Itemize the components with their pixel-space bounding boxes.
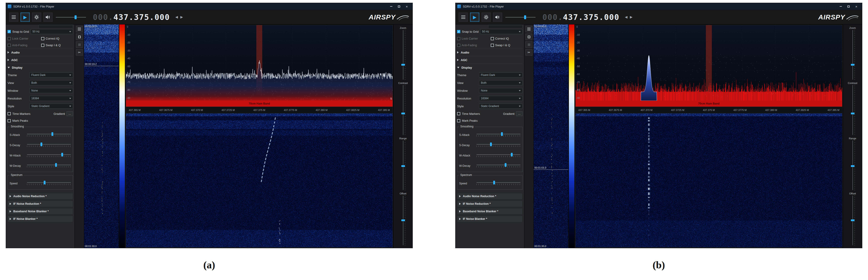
- correct-iq-checkbox[interactable]: [41, 37, 44, 40]
- slider-track[interactable]: [401, 85, 405, 135]
- slider-thumb[interactable]: [490, 143, 492, 146]
- lock-carrier-checkbox[interactable]: [7, 37, 11, 40]
- plugin-section[interactable]: IF Noise Reduction *: [457, 200, 523, 207]
- time-markers-checkbox[interactable]: [457, 112, 460, 115]
- play-button[interactable]: ▶: [470, 12, 479, 22]
- plugin-section[interactable]: Audio Noise Reduction *: [7, 193, 73, 199]
- close-button[interactable]: ×: [403, 4, 411, 9]
- style-select[interactable]: Static Gradient: [30, 104, 73, 108]
- cut-button[interactable]: ✂: [525, 49, 532, 56]
- resolution-select[interactable]: 16384: [479, 96, 523, 101]
- section-agc[interactable]: AGC: [7, 56, 73, 64]
- anti-fading-checkbox[interactable]: [457, 44, 460, 47]
- file-waterfall[interactable]: 00:00:00.0 00:00:19.2 00:01:30.0: [84, 25, 119, 248]
- slider-thumb[interactable]: [851, 64, 855, 66]
- slider-thumb[interactable]: [511, 153, 513, 156]
- file-waterfall-canvas[interactable]: [534, 25, 568, 248]
- slider-thumb[interactable]: [505, 163, 506, 167]
- tune-up-arrow[interactable]: ►: [629, 14, 633, 20]
- window-select[interactable]: None: [30, 88, 73, 93]
- plugin-section[interactable]: Audio Noise Reduction *: [457, 193, 523, 199]
- slider-thumb[interactable]: [493, 181, 495, 184]
- maximize-button[interactable]: [395, 4, 403, 9]
- close-button[interactable]: ×: [852, 4, 860, 9]
- section-audio[interactable]: Audio: [7, 49, 73, 56]
- slider-thumb[interactable]: [55, 163, 57, 167]
- tune-down-arrow[interactable]: ◄: [175, 14, 179, 20]
- horizontal-slider[interactable]: [476, 163, 521, 169]
- plugin-section[interactable]: IF Noise Reduction *: [7, 200, 73, 207]
- slider-thumb[interactable]: [851, 113, 855, 114]
- slider-track[interactable]: [851, 141, 855, 190]
- view-select[interactable]: Both: [479, 80, 523, 85]
- playlist-button[interactable]: [525, 26, 532, 32]
- menu-button[interactable]: [459, 12, 468, 22]
- horizontal-slider[interactable]: [27, 153, 71, 158]
- lock-carrier-checkbox[interactable]: [457, 37, 460, 40]
- anti-fading-checkbox[interactable]: [7, 44, 11, 47]
- horizontal-slider[interactable]: [27, 163, 71, 169]
- spectrum-display[interactable]: 0-10-20-30-40-50-60-70-80-90 70cm Ham Ba…: [126, 25, 393, 106]
- file-waterfall[interactable]: 00:00:00.0 00:01:03.3 00:01:30.0: [534, 25, 568, 248]
- record-button[interactable]: [525, 41, 532, 48]
- horizontal-slider[interactable]: [27, 142, 71, 148]
- cut-button[interactable]: ✂: [76, 49, 83, 56]
- menu-button[interactable]: [9, 12, 18, 22]
- step-size-select[interactable]: 50 Hz: [31, 29, 73, 34]
- file-waterfall-canvas[interactable]: [84, 25, 119, 248]
- tune-down-arrow[interactable]: ◄: [624, 14, 628, 20]
- waterfall-display[interactable]: [576, 114, 842, 247]
- spectrum-canvas[interactable]: [576, 25, 842, 106]
- mark-peaks-checkbox[interactable]: [457, 119, 460, 122]
- waterfall-canvas[interactable]: [126, 114, 393, 247]
- frequency-display[interactable]: 000.437.375.000: [93, 12, 170, 22]
- waterfall-display[interactable]: [126, 114, 393, 247]
- record-button[interactable]: [76, 41, 83, 48]
- clipped-select[interactable]: [488, 25, 523, 28]
- slider-track[interactable]: [851, 195, 855, 245]
- maximize-button[interactable]: [845, 4, 852, 9]
- spectrum-canvas[interactable]: [126, 25, 393, 106]
- mute-button[interactable]: [493, 12, 502, 22]
- slider-thumb[interactable]: [61, 153, 63, 156]
- section-display[interactable]: Display: [7, 64, 73, 71]
- horizontal-slider[interactable]: [27, 181, 71, 186]
- resolution-select[interactable]: 16384: [30, 96, 73, 101]
- spectrum-display[interactable]: 0-10-20-30-40-50-60-70-80-90 70cm Ham Ba…: [576, 25, 842, 106]
- horizontal-slider[interactable]: [476, 153, 521, 158]
- snap-to-grid-checkbox[interactable]: ✓: [7, 30, 11, 33]
- mark-peaks-checkbox[interactable]: [7, 119, 11, 122]
- waterfall-canvas[interactable]: [576, 114, 842, 247]
- section-agc[interactable]: AGC: [457, 56, 523, 64]
- slider-track[interactable]: [851, 30, 855, 80]
- settings-button[interactable]: [482, 12, 491, 22]
- slider-thumb[interactable]: [401, 165, 405, 167]
- theme-select[interactable]: Fluent Dark: [479, 72, 523, 77]
- slider-thumb[interactable]: [44, 181, 45, 184]
- frequency-display[interactable]: 000.437.375.000: [542, 12, 619, 22]
- slider-thumb[interactable]: [40, 143, 42, 146]
- slider-track[interactable]: [401, 30, 405, 80]
- play-button[interactable]: ▶: [21, 12, 30, 22]
- slider-track[interactable]: [851, 85, 855, 135]
- slider-thumb[interactable]: [851, 165, 855, 167]
- correct-iq-checkbox[interactable]: [491, 37, 494, 40]
- gradient-edit-button[interactable]: …: [516, 112, 523, 116]
- minimize-button[interactable]: [388, 4, 395, 9]
- horizontal-slider[interactable]: [476, 181, 521, 186]
- plugin-section[interactable]: IF Noise Blanker *: [457, 216, 523, 222]
- horizontal-slider[interactable]: [476, 142, 521, 148]
- theme-select[interactable]: Fluent Dark: [30, 72, 73, 77]
- slider-thumb[interactable]: [501, 132, 503, 136]
- plugin-section[interactable]: IF Noise Blanker *: [7, 216, 73, 222]
- view-select[interactable]: Both: [30, 80, 73, 85]
- playback-cursor[interactable]: 00:01:03.3: [534, 169, 568, 170]
- stop-button[interactable]: [76, 34, 83, 40]
- slider-thumb[interactable]: [401, 113, 405, 114]
- stop-button[interactable]: [525, 34, 532, 40]
- playlist-button[interactable]: [76, 26, 83, 32]
- section-display[interactable]: Display: [457, 64, 523, 71]
- horizontal-slider[interactable]: [476, 132, 521, 138]
- horizontal-slider[interactable]: [27, 132, 71, 138]
- window-select[interactable]: None: [479, 88, 523, 93]
